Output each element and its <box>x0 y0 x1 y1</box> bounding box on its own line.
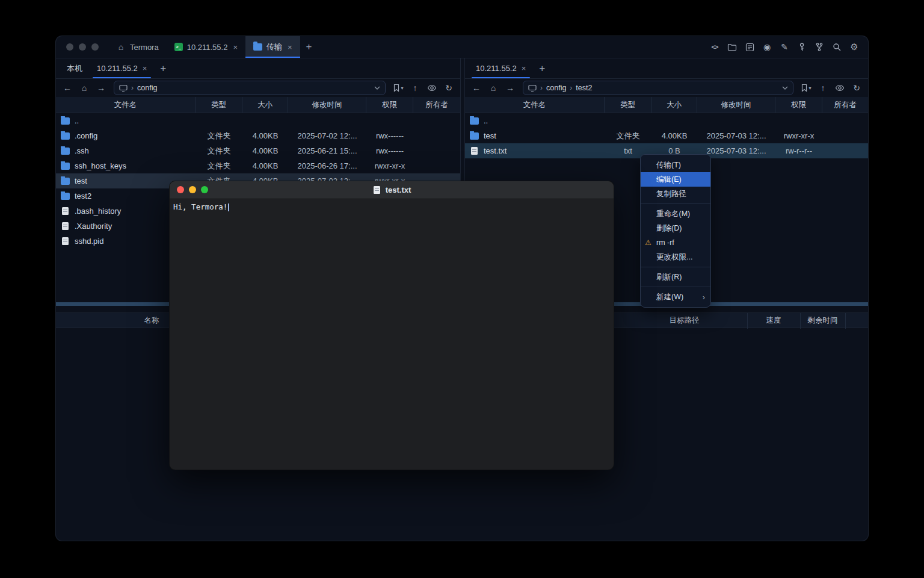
document-icon <box>374 186 380 194</box>
settings-icon[interactable]: ⚙ <box>848 41 860 53</box>
path-breadcrumb[interactable]: › config <box>114 81 386 95</box>
file-type: 文件夹 <box>605 131 651 141</box>
tab-termora-home[interactable]: ⌂ Termora <box>108 36 167 58</box>
show-hidden-eye-icon[interactable] <box>424 81 440 95</box>
folder-icon <box>61 148 70 155</box>
file-mtime: 2025-07-03 12:... <box>697 146 775 155</box>
warning-icon: ⚠ <box>645 238 651 247</box>
path-breadcrumb[interactable]: › config › test2 <box>523 81 793 95</box>
folder-icon <box>470 132 479 140</box>
code-icon[interactable]: <> <box>709 41 721 53</box>
record-icon[interactable]: ◉ <box>761 41 773 53</box>
file-mtime: 2025-07-02 12:... <box>288 131 366 140</box>
folder-icon <box>470 117 479 125</box>
menu-item-rm-rf[interactable]: ⚠ rm -rf <box>641 235 710 250</box>
column-header-owner[interactable]: 所有者 <box>822 97 868 113</box>
refresh-icon[interactable]: ↻ <box>849 81 864 95</box>
file-icon <box>62 207 69 215</box>
pencil-icon[interactable]: ✎ <box>778 41 790 53</box>
column-header-perm[interactable]: 权限 <box>366 97 413 113</box>
panel-tabs: 本机 10.211.55.2 × + <box>56 58 460 79</box>
file-name: .bash_history <box>75 207 121 216</box>
refresh-icon[interactable]: ↻ <box>441 81 457 95</box>
menu-item-edit[interactable]: 编辑(E) <box>641 172 710 187</box>
file-name: test <box>484 131 496 140</box>
transfer-column-speed[interactable]: 速度 <box>747 313 800 329</box>
show-hidden-eye-icon[interactable] <box>832 81 848 95</box>
file-size: 4.00KB <box>242 161 288 170</box>
folder-icon <box>61 178 70 185</box>
file-row[interactable]: .. <box>465 113 868 128</box>
home-icon[interactable]: ⌂ <box>76 81 92 95</box>
column-header-perm[interactable]: 权限 <box>775 97 822 113</box>
column-header-mtime[interactable]: 修改时间 <box>697 97 775 113</box>
file-row[interactable]: .. <box>56 113 460 128</box>
editor-content[interactable]: Hi, Termora! <box>170 199 614 470</box>
menu-item-change-permissions[interactable]: 更改权限... <box>641 250 710 264</box>
key-icon[interactable] <box>796 41 808 53</box>
column-header-type[interactable]: 类型 <box>196 97 242 113</box>
column-header-mtime[interactable]: 修改时间 <box>288 97 366 113</box>
forward-icon[interactable]: → <box>93 81 109 95</box>
column-header-size[interactable]: 大小 <box>242 97 288 113</box>
editor-text: Hi, Termora! <box>173 202 227 211</box>
forward-icon[interactable]: → <box>502 81 518 95</box>
new-panel-tab-button[interactable]: + <box>533 58 551 78</box>
close-icon[interactable]: × <box>522 64 526 73</box>
column-header-size[interactable]: 大小 <box>651 97 697 113</box>
back-icon[interactable]: ← <box>60 81 75 95</box>
new-tab-button[interactable]: + <box>300 36 318 58</box>
file-name: .config <box>75 131 97 140</box>
menu-item-transfer[interactable]: 传输(T) <box>641 158 710 172</box>
breadcrumb-segment[interactable]: config <box>546 84 566 92</box>
file-row[interactable]: .config 文件夹 4.00KB 2025-07-02 12:... rwx… <box>56 128 460 143</box>
folder-icon[interactable] <box>726 41 738 53</box>
column-header-type[interactable]: 类型 <box>605 97 651 113</box>
file-perm: rwx------ <box>366 131 413 140</box>
breadcrumb-segment[interactable]: config <box>137 84 157 92</box>
menu-item-new[interactable]: 新建(W) › <box>641 290 710 304</box>
file-row[interactable]: .ssh 文件夹 4.00KB 2025-06-21 15:... rwx---… <box>56 143 460 158</box>
up-directory-icon[interactable]: ↑ <box>815 81 831 95</box>
column-header-owner[interactable]: 所有者 <box>413 97 460 113</box>
bookmark-icon[interactable]: ▾ <box>798 81 814 95</box>
menu-item-copy-path[interactable]: 复制路径 <box>641 187 710 201</box>
new-panel-tab-button[interactable]: + <box>154 58 172 78</box>
tab-transfer[interactable]: 传输 × <box>245 36 300 58</box>
menu-item-delete[interactable]: 删除(D) <box>641 221 710 235</box>
close-window-button[interactable] <box>66 43 73 51</box>
chevron-down-icon[interactable] <box>374 86 380 90</box>
up-directory-icon[interactable]: ↑ <box>407 81 423 95</box>
column-header-name[interactable]: 文件名 <box>465 97 605 113</box>
close-icon[interactable]: × <box>233 43 238 52</box>
file-row[interactable]: ssh_host_keys 文件夹 4.00KB 2025-06-26 17:.… <box>56 158 460 173</box>
file-perm: rwxr-xr-x <box>775 131 822 140</box>
menu-item-rename[interactable]: 重命名(M) <box>641 207 710 221</box>
bookmark-icon[interactable]: ▾ <box>390 81 406 95</box>
file-row[interactable]: test 文件夹 4.00KB 2025-07-03 12:... rwxr-x… <box>465 128 868 143</box>
transfer-column-target[interactable]: 目标路径 <box>621 313 747 329</box>
close-icon[interactable]: × <box>143 64 147 73</box>
back-icon[interactable]: ← <box>469 81 484 95</box>
editor-titlebar[interactable]: test.txt <box>170 181 614 199</box>
file-name: test2 <box>75 191 91 200</box>
log-icon[interactable] <box>744 41 756 53</box>
zoom-window-button[interactable] <box>91 43 99 51</box>
tab-host-session[interactable]: >_ 10.211.55.2 × <box>167 36 245 58</box>
tab-local[interactable]: 本机 <box>60 58 90 78</box>
search-icon[interactable] <box>831 41 843 53</box>
tab-remote-host[interactable]: 10.211.55.2 × <box>90 58 154 78</box>
column-header-name[interactable]: 文件名 <box>56 97 196 113</box>
home-icon[interactable]: ⌂ <box>485 81 501 95</box>
tab-label: Termora <box>130 43 159 52</box>
tab-remote-host[interactable]: 10.211.55.2 × <box>469 58 533 78</box>
branch-icon[interactable] <box>813 41 825 53</box>
editor-title: test.txt <box>170 185 614 194</box>
chevron-down-icon[interactable] <box>782 86 788 90</box>
minimize-window-button[interactable] <box>79 43 86 51</box>
breadcrumb-segment[interactable]: test2 <box>576 84 592 92</box>
transfer-column-eta[interactable]: 剩余时间 <box>800 313 845 329</box>
menu-item-refresh[interactable]: 刷新(R) <box>641 270 710 284</box>
bookmark-dropdown-icon: ▾ <box>401 85 403 91</box>
close-icon[interactable]: × <box>288 43 292 52</box>
